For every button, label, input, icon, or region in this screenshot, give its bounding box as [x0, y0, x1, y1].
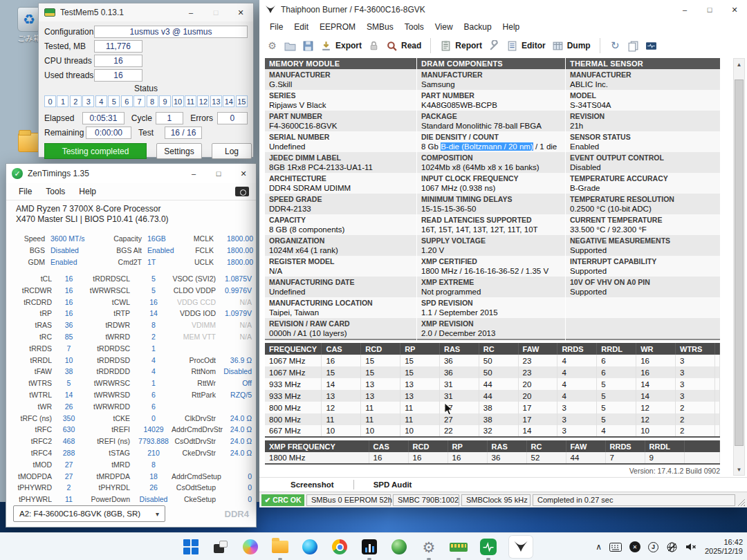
- zentimings-titlebar[interactable]: ✓ ZenTimings 1.35 – □ ✕: [6, 164, 256, 183]
- zentimings-taskbar-button[interactable]: [479, 538, 497, 556]
- tab-screenshot[interactable]: Screenshot: [259, 480, 353, 489]
- table-header-row: XMP FREQUENCYCASRCDRPRASRCFAWRRDSRRDL: [265, 440, 720, 452]
- summary-label: BGS Alt: [100, 245, 147, 256]
- timing-label: tRRDS: [10, 343, 57, 355]
- task-view-button[interactable]: [212, 538, 230, 556]
- menu-item-edit[interactable]: Edit: [289, 21, 313, 32]
- editor-button[interactable]: Editor: [506, 40, 546, 52]
- testing-completed-button[interactable]: Testing completed: [44, 143, 147, 159]
- maximize-icon[interactable]: □: [206, 164, 231, 183]
- close-icon[interactable]: ✕: [722, 0, 747, 19]
- info-value: Supported: [570, 245, 716, 255]
- summary-label: MCLK: [186, 233, 219, 244]
- cycle-value: 1: [156, 112, 184, 124]
- tab-spd-audit[interactable]: SPD Audit: [354, 480, 432, 489]
- table-cell: 5: [597, 378, 636, 390]
- tray-chevron-up-icon[interactable]: ∧: [596, 542, 602, 552]
- screenshot-camera-icon[interactable]: [235, 187, 249, 196]
- save-icon[interactable]: [302, 40, 314, 52]
- minimize-icon[interactable]: –: [178, 3, 203, 21]
- zentimings-window: ✓ ZenTimings 1.35 – □ ✕ FileToolsHelp AM…: [6, 163, 257, 528]
- thaiphoon-taskbar-button[interactable]: [509, 536, 533, 558]
- menu-item-backup[interactable]: Backup: [459, 21, 497, 32]
- thaiphoon-titlebar[interactable]: Thaiphoon Burner / F4-3600C16-8GVK – □ ✕: [259, 0, 747, 19]
- info-row: MODELS-34TS04A: [566, 90, 720, 111]
- status-box-13: 13: [210, 95, 222, 107]
- menu-item-view[interactable]: View: [430, 21, 458, 32]
- edge-button[interactable]: [301, 538, 319, 556]
- table-cell: 14: [636, 390, 676, 402]
- timing-value: 0: [221, 471, 253, 483]
- maximize-icon[interactable]: □: [697, 0, 722, 19]
- status-box-1: 1: [57, 95, 68, 107]
- table-cell: 44: [479, 378, 518, 390]
- column-header: RRDL: [645, 440, 684, 452]
- vertical-scrollbar[interactable]: ▲ ▼: [733, 58, 745, 476]
- menu-item-file[interactable]: File: [265, 21, 288, 32]
- column-header: RC: [479, 343, 518, 355]
- table-cell: 1067 MHz: [265, 366, 322, 378]
- zentimings-pulse-icon: [480, 539, 497, 555]
- info-row: XMP REVISION2.0 / December 2013: [417, 318, 565, 339]
- resize-grip[interactable]: [737, 498, 745, 506]
- log-button[interactable]: Log: [212, 143, 252, 159]
- start-button[interactable]: [182, 538, 200, 556]
- status-box-11: 11: [185, 95, 196, 107]
- copilot-button[interactable]: [241, 538, 259, 556]
- menu-item-tools[interactable]: Tools: [400, 21, 429, 32]
- info-label: PART NUMBER: [269, 112, 412, 121]
- minimize-icon[interactable]: –: [181, 164, 206, 183]
- minimize-icon[interactable]: –: [672, 0, 697, 19]
- testmem5-titlebar[interactable]: TestMem5 0.13.1 – □ ✕: [39, 3, 253, 21]
- tray-clock[interactable]: 16:42 2025/12/19: [705, 538, 743, 556]
- memtest-app-button[interactable]: [450, 538, 468, 556]
- scroll-up-icon[interactable]: ▲: [734, 59, 744, 70]
- copy-pages-icon[interactable]: [627, 40, 639, 52]
- menu-item-file[interactable]: File: [13, 185, 37, 198]
- refresh-icon[interactable]: ↻: [609, 40, 621, 52]
- close-icon[interactable]: ✕: [228, 3, 253, 21]
- report-button[interactable]: Report: [440, 40, 482, 52]
- info-row: COMPOSITION1024Mb x8 (64Mb x8 x 16 banks…: [417, 152, 565, 173]
- scroll-down-icon[interactable]: ▼: [734, 464, 744, 475]
- menu-item-help[interactable]: Help: [73, 185, 102, 198]
- table-cell: 2: [676, 425, 715, 437]
- tray-j-circle-icon[interactable]: J: [648, 542, 658, 552]
- info-value: S-34TS04A: [570, 100, 716, 110]
- settings-button[interactable]: Settings: [156, 143, 202, 159]
- keyboard-icon[interactable]: [609, 543, 622, 552]
- timing-label: PowerDown: [80, 494, 136, 505]
- dimm-select-dropdown[interactable]: A2: F4-3600C16-8GVK (8GB, SR) ▾: [13, 505, 165, 522]
- table-cell: 11: [400, 402, 440, 413]
- network-no-internet-icon[interactable]: [666, 541, 678, 553]
- menu-item-help[interactable]: Help: [498, 21, 525, 32]
- info-value: 0.2500 °C (10-bit ADC): [570, 204, 716, 214]
- firmware-chip-icon[interactable]: [645, 40, 657, 52]
- info-label: XMP CERTIFIED: [421, 257, 561, 266]
- menu-item-tools[interactable]: Tools: [40, 185, 71, 198]
- settings-gear-icon[interactable]: ⚙: [266, 40, 278, 52]
- globe-app-button[interactable]: [390, 538, 408, 556]
- menu-item-smbus[interactable]: SMBus: [362, 21, 398, 32]
- export-button[interactable]: Export: [320, 40, 362, 52]
- wrench-icon[interactable]: [488, 40, 500, 52]
- read-button[interactable]: Read: [386, 40, 421, 52]
- table-cell: 22: [439, 425, 479, 437]
- close-icon[interactable]: ✕: [231, 164, 256, 183]
- chrome-button[interactable]: [331, 538, 349, 556]
- tray-x-circle-icon[interactable]: ✕: [629, 541, 640, 552]
- menu-item-eeprom[interactable]: EEPROM: [315, 21, 360, 32]
- column-header: RP: [400, 343, 440, 355]
- table-cell: 3: [676, 378, 715, 390]
- settings-app-button[interactable]: ⚙: [420, 538, 438, 556]
- table-cell: 44: [479, 390, 518, 402]
- file-explorer-button[interactable]: [271, 538, 289, 556]
- scrollbar-thumb[interactable]: [735, 80, 744, 446]
- open-file-icon[interactable]: [284, 40, 296, 52]
- timings-grid: tCL16tRDRDSCL5VSOC (SVI2)1.0875VtRCDWR16…: [6, 268, 256, 505]
- dump-button[interactable]: Dump: [552, 40, 591, 52]
- volume-muted-icon[interactable]: [685, 542, 697, 552]
- benchmark-app-button[interactable]: [360, 538, 378, 556]
- timing-label: ClkDrvStr: [172, 413, 221, 424]
- table-cell: 3: [557, 425, 597, 437]
